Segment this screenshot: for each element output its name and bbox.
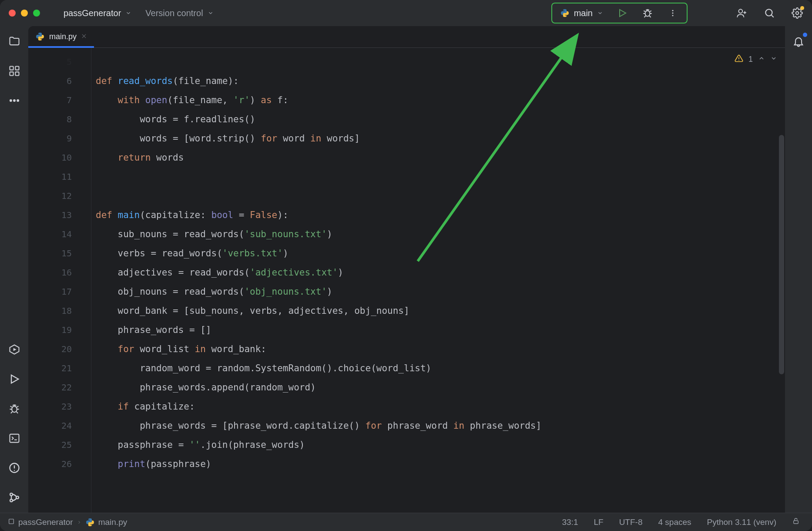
line-number: 24 [28,416,91,435]
window-traffic-lights [9,10,40,17]
svg-point-10 [796,12,799,15]
svg-rect-11 [10,67,13,70]
svg-rect-37 [9,519,14,524]
problems-tool-window-button[interactable] [7,460,22,475]
line-number: 16 [28,263,91,282]
line-number: 14 [28,225,91,244]
run-button[interactable] [616,7,628,19]
module-icon [8,518,15,527]
left-tool-stripe [0,26,28,513]
window-close-button[interactable] [9,10,16,17]
line-number: 21 [28,359,91,378]
svg-point-28 [10,499,13,502]
python-file-icon [35,32,45,41]
code-editor[interactable]: 5 6 7 8 9 10 11 12 13 14 15 16 17 18 19 … [28,48,785,513]
navigation-breadcrumbs[interactable]: passGenerator main.py [8,518,127,527]
more-run-options-button[interactable] [667,7,679,19]
project-selector[interactable]: passGenerator [61,7,134,20]
line-number: 20 [28,339,91,359]
line-number: 25 [28,435,91,454]
run-config-selector[interactable]: main [560,8,603,18]
line-number: 10 [28,148,91,167]
svg-rect-12 [15,67,19,70]
svg-rect-13 [10,72,13,75]
line-number: 23 [28,397,91,416]
chevron-down-icon [125,8,131,18]
lock-icon[interactable] [788,517,804,527]
window-zoom-button[interactable] [33,10,40,17]
debug-tool-window-button[interactable] [7,401,22,416]
line-number: 7 [28,91,91,110]
svg-point-5 [739,9,743,13]
right-tool-stripe [785,26,812,513]
python-icon [560,8,570,18]
window-minimize-button[interactable] [21,10,28,17]
close-tab-button[interactable] [81,32,87,41]
svg-point-3 [672,13,674,14]
line-number: 26 [28,454,91,474]
python-file-icon [85,518,95,527]
notifications-button[interactable] [791,34,806,49]
editor-scrollbar[interactable] [779,135,784,374]
caret-position[interactable]: 33:1 [557,518,582,527]
run-debug-widget: main [551,3,688,24]
editor-tabs: main.py [28,26,785,48]
svg-point-21 [12,406,17,412]
svg-marker-19 [13,348,16,351]
vcs-menu-label: Version control [145,8,203,18]
breadcrumb-file: main.py [98,518,128,527]
services-tool-window-button[interactable] [7,342,22,357]
indent-settings[interactable]: 4 spaces [654,518,695,527]
svg-point-26 [13,470,14,471]
terminal-tool-window-button[interactable] [7,431,22,446]
chevron-down-icon [597,8,603,18]
vcs-menu[interactable]: Version control [143,7,216,20]
line-number: 9 [28,129,91,148]
vcs-tool-window-button[interactable] [7,490,22,505]
editor-tab-actions-button[interactable] [768,35,785,47]
project-tool-window-button[interactable] [7,34,22,49]
settings-button[interactable] [791,7,803,19]
svg-point-4 [672,15,674,16]
warning-icon [735,54,743,65]
structure-tool-window-button[interactable] [7,64,22,78]
line-number: 22 [28,378,91,397]
more-tool-windows-button[interactable] [7,93,22,108]
svg-marker-20 [11,375,18,383]
warning-count: 1 [748,55,753,64]
line-number: 18 [28,301,91,320]
main-body: main.py 5 6 7 8 9 10 11 [0,26,812,513]
line-number: 19 [28,320,91,339]
status-bar: passGenerator main.py 33:1 LF UTF-8 4 sp… [0,513,812,531]
project-name-label: passGenerator [64,8,121,18]
debug-button[interactable] [641,7,654,19]
prev-highlight-button[interactable] [758,55,765,64]
breadcrumb-project: passGenerator [18,518,73,527]
line-separator[interactable]: LF [589,518,607,527]
svg-point-36 [738,60,739,61]
line-number: 6 [28,71,91,91]
line-number: 17 [28,282,91,301]
file-encoding[interactable]: UTF-8 [615,518,647,527]
svg-point-15 [10,100,12,102]
python-interpreter[interactable]: Python 3.11 (venv) [703,518,781,527]
line-number: 5 [28,52,91,71]
svg-point-1 [645,11,650,17]
svg-point-2 [672,10,674,11]
editor-gutter[interactable]: 5 6 7 8 9 10 11 12 13 14 15 16 17 18 19 … [28,48,91,513]
editor-content[interactable]: def read_words(file_name): with open(fil… [91,48,785,513]
search-everywhere-button[interactable] [763,7,775,19]
svg-rect-38 [794,521,799,524]
run-tool-window-button[interactable] [7,372,22,386]
code-with-me-button[interactable] [735,7,748,19]
line-number: 13 [28,205,91,225]
run-config-name: main [574,8,593,18]
inspections-widget[interactable]: 1 [735,54,777,65]
next-highlight-button[interactable] [770,55,777,64]
ide-window: passGenerator Version control main [0,0,812,531]
svg-marker-0 [620,10,626,17]
chevron-down-icon [208,8,214,18]
svg-line-9 [771,15,773,17]
editor-tab-main-py[interactable]: main.py [28,26,94,47]
editor-area: main.py 5 6 7 8 9 10 11 [28,26,785,513]
